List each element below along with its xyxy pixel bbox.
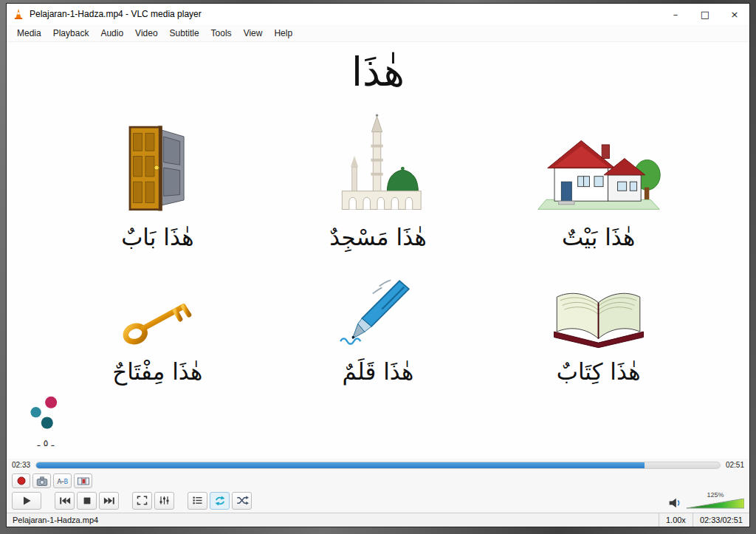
record-icon	[16, 476, 27, 486]
lesson-row-1: هٰذَا بَابٌ	[7, 106, 749, 250]
maximize-button[interactable]: □	[690, 4, 720, 24]
cell-pen: هٰذَا قَلَمٌ	[268, 270, 489, 385]
slide-title: هٰذَا	[7, 49, 749, 95]
snapshot-icon	[35, 476, 49, 487]
page-number: ـ ٥ ـ	[23, 437, 69, 448]
door-icon	[122, 120, 193, 215]
advanced-controls: A B	[7, 471, 749, 490]
caption-book: هٰذَا كِتَابٌ	[557, 358, 641, 385]
loop-ab-icon: A B	[56, 476, 69, 487]
shuffle-button[interactable]	[232, 492, 252, 510]
menu-playback[interactable]: Playback	[47, 26, 95, 41]
publisher-logo: ـ ٥ ـ	[23, 394, 69, 448]
close-button[interactable]: ×	[720, 4, 749, 24]
playlist-button[interactable]	[188, 492, 207, 510]
caption-key: هٰذَا مِفْتَاحٌ	[112, 358, 202, 385]
total-time: 02:51	[726, 461, 744, 469]
menu-help[interactable]: Help	[268, 26, 298, 41]
book-icon	[549, 283, 649, 349]
previous-button[interactable]	[55, 492, 75, 510]
status-filename: Pelajaran-1-Hadza.mp4	[7, 516, 659, 524]
caption-door: هٰذَا بَابٌ	[121, 224, 193, 250]
statusbar: Pelajaran-1-Hadza.mp4 1.00x 02:33/02:51	[7, 513, 749, 527]
elapsed-time: 02:33	[12, 461, 30, 469]
menu-audio[interactable]: Audio	[94, 26, 129, 41]
menu-media[interactable]: Media	[11, 26, 47, 41]
seek-slider[interactable]	[35, 462, 721, 469]
cell-key: هٰذَا مِفْتَاحٌ	[47, 270, 268, 385]
cell-mosque: هٰذَا مَسْجِدٌ	[268, 106, 489, 250]
extended-settings-icon	[158, 495, 171, 506]
menu-video[interactable]: Video	[129, 26, 163, 41]
caption-mosque: هٰذَا مَسْجِدٌ	[329, 224, 427, 250]
speaker-icon[interactable]	[668, 497, 683, 509]
playlist-icon	[191, 495, 204, 506]
menu-tools[interactable]: Tools	[205, 26, 238, 41]
fullscreen-icon	[136, 495, 148, 506]
extended-settings-button[interactable]	[154, 492, 174, 510]
snapshot-button[interactable]	[32, 473, 51, 488]
menubar: Media Playback Audio Video Subtitle Tool…	[7, 24, 749, 42]
play-icon	[20, 495, 33, 507]
frame-by-frame-icon	[77, 476, 90, 487]
main-controls: 125%	[7, 490, 749, 513]
video-surface[interactable]: هٰذَا	[7, 42, 749, 459]
play-button[interactable]	[12, 492, 41, 510]
window-title: Pelajaran-1-Hadza.mp4 - VLC media player	[30, 9, 661, 19]
seek-row: 02:33 02:51	[7, 459, 749, 471]
seek-fill	[36, 462, 645, 468]
titlebar: Pelajaran-1-Hadza.mp4 - VLC media player…	[7, 4, 749, 24]
caption-pen: هٰذَا قَلَمٌ	[343, 358, 414, 385]
pen-icon	[337, 275, 419, 349]
key-icon	[114, 290, 201, 349]
logo-dots-icon	[27, 394, 64, 433]
vlc-window: Pelajaran-1-Hadza.mp4 - VLC media player…	[6, 3, 750, 527]
playback-speed[interactable]: 1.00x	[659, 513, 693, 527]
record-button[interactable]	[12, 473, 30, 488]
shuffle-icon	[236, 495, 249, 506]
fullscreen-button[interactable]	[132, 492, 152, 510]
vlc-cone-icon	[13, 8, 24, 20]
menu-view[interactable]: View	[238, 26, 269, 41]
frame-by-frame-button[interactable]	[74, 473, 92, 488]
volume-area: 125%	[668, 492, 744, 510]
loop-icon	[213, 495, 227, 507]
mosque-icon	[332, 112, 424, 215]
volume-slider[interactable]	[687, 499, 744, 509]
house-icon	[535, 132, 662, 215]
previous-icon	[58, 496, 72, 506]
svg-text:B: B	[63, 478, 68, 485]
menu-subtitle[interactable]: Subtitle	[164, 26, 205, 41]
loop-button[interactable]	[210, 492, 230, 510]
loop-ab-button[interactable]: A B	[53, 473, 72, 488]
lesson-row-2: هٰذَا مِفْتَاحٌ هٰذَا قَلَمٌ	[7, 270, 749, 385]
cell-house: هٰذَا بَيْتٌ	[488, 106, 709, 250]
cell-book: هٰذَا كِتَابٌ	[488, 270, 709, 385]
next-icon	[103, 496, 116, 506]
stop-button[interactable]	[77, 492, 97, 510]
volume-percent: 125%	[707, 492, 724, 499]
minimize-button[interactable]: –	[661, 4, 690, 24]
next-button[interactable]	[99, 492, 119, 510]
cell-door: هٰذَا بَابٌ	[47, 106, 268, 250]
svg-text:A: A	[57, 478, 61, 485]
caption-house: هٰذَا بَيْتٌ	[562, 224, 636, 250]
status-time[interactable]: 02:33/02:51	[693, 513, 749, 527]
stop-icon	[81, 496, 93, 506]
